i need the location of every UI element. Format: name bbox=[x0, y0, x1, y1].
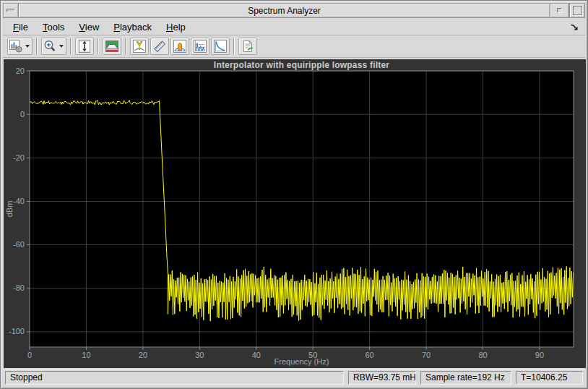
playback-settings-icon bbox=[241, 39, 255, 54]
ccdf-measurements-button[interactable] bbox=[211, 38, 230, 55]
spectrum-settings-icon bbox=[9, 39, 23, 54]
x-axis-label: Frequency (Hz) bbox=[30, 357, 574, 366]
status-bar: Stopped RBW=93.75 mHz Sample rate=192 Hz… bbox=[3, 369, 585, 386]
ccdf-measurements-icon bbox=[213, 39, 228, 54]
svg-text:-80: -80 bbox=[13, 283, 25, 292]
toolbar-separator bbox=[233, 38, 235, 54]
fit-y-axis-icon bbox=[77, 39, 92, 54]
minimize-dot-icon bbox=[557, 8, 562, 13]
zoom-in-icon bbox=[43, 39, 57, 54]
spectral-mask-icon bbox=[105, 39, 119, 54]
menu-bar: FileToolsViewPlaybackHelp bbox=[3, 19, 585, 35]
svg-text:20: 20 bbox=[16, 67, 25, 75]
menu-item-tools[interactable]: Tools bbox=[37, 20, 70, 34]
plot-title: Interpolator with equiripple lowpass fil… bbox=[30, 60, 574, 70]
peak-finder-icon bbox=[132, 39, 147, 54]
channel-measurements-icon bbox=[173, 39, 187, 54]
dropdown-caret-icon[interactable] bbox=[25, 45, 30, 48]
window-title: Spectrum Analyzer bbox=[248, 6, 321, 16]
toolbar-separator bbox=[125, 38, 126, 54]
channel-measurements-button[interactable] bbox=[170, 38, 189, 55]
status-sample-rate: Sample rate=192 Hz bbox=[420, 371, 511, 385]
spectrum-analyzer-window: Spectrum Analyzer FileToolsViewPlaybackH… bbox=[0, 0, 588, 389]
plot-panel: 200-20-40-60-80-1000102030405060708090 I… bbox=[4, 59, 586, 368]
plot-canvas[interactable]: 200-20-40-60-80-1000102030405060708090 bbox=[4, 59, 586, 368]
distortion-measurements-button[interactable] bbox=[191, 38, 209, 55]
plot-svg[interactable]: 200-20-40-60-80-1000102030405060708090 bbox=[4, 59, 586, 368]
toolbar-separator bbox=[36, 38, 38, 54]
maximize-button[interactable] bbox=[569, 3, 585, 18]
fit-y-axis-button[interactable] bbox=[75, 38, 94, 55]
status-rbw: RBW=93.75 mHz bbox=[348, 371, 416, 385]
svg-text:-60: -60 bbox=[13, 240, 25, 249]
y-axis-label: dBm bbox=[5, 71, 14, 347]
menu-item-file[interactable]: File bbox=[7, 20, 34, 34]
dock-button[interactable] bbox=[568, 21, 581, 33]
spectral-mask-button[interactable] bbox=[103, 38, 121, 55]
spectrum-settings-button[interactable] bbox=[7, 38, 33, 55]
svg-text:-40: -40 bbox=[13, 197, 25, 205]
menu-item-playback[interactable]: Playback bbox=[108, 20, 157, 34]
title-bar-center[interactable]: Spectrum Analyzer bbox=[18, 3, 550, 18]
maximize-square-icon bbox=[573, 6, 582, 15]
status-time: T=10406.25 bbox=[516, 371, 583, 385]
zoom-in-button[interactable] bbox=[41, 38, 66, 55]
window-menu-button[interactable] bbox=[3, 3, 19, 18]
status-state: Stopped bbox=[5, 371, 344, 385]
dropdown-caret-icon[interactable] bbox=[59, 45, 64, 48]
peak-finder-button[interactable] bbox=[130, 38, 149, 55]
toolbar bbox=[3, 35, 585, 58]
svg-text:-20: -20 bbox=[13, 153, 25, 162]
distortion-measurements-icon bbox=[193, 39, 207, 54]
cursor-measurements-icon bbox=[152, 39, 167, 54]
minimize-button[interactable] bbox=[550, 3, 569, 18]
playback-settings-button[interactable] bbox=[238, 38, 257, 55]
window-menu-dash-icon bbox=[7, 9, 15, 12]
toolbar-separator bbox=[98, 38, 99, 54]
menu-item-view[interactable]: View bbox=[73, 20, 105, 34]
title-bar[interactable]: Spectrum Analyzer bbox=[3, 3, 585, 18]
dock-arrow-icon bbox=[569, 22, 579, 32]
svg-text:0: 0 bbox=[20, 110, 25, 119]
toolbar-separator bbox=[70, 38, 72, 54]
menu-item-help[interactable]: Help bbox=[160, 20, 191, 34]
cursor-measurements-button[interactable] bbox=[150, 38, 169, 55]
